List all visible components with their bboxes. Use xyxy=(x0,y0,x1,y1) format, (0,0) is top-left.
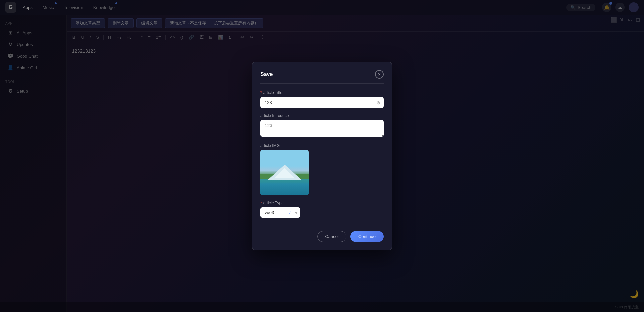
article-type-field: * article Type vue3 react javascript css… xyxy=(260,201,384,218)
continue-button[interactable]: Continue xyxy=(350,231,384,242)
article-title-input[interactable] xyxy=(260,97,384,108)
close-icon: × xyxy=(378,72,381,77)
mountain-element xyxy=(268,165,301,180)
modal-overlay[interactable]: Save × * article Title ⊗ article Introdu… xyxy=(0,0,644,312)
article-intro-field: article Introduce 123 xyxy=(260,113,384,138)
title-clear-icon[interactable]: ⊗ xyxy=(376,100,380,105)
article-img-field: article IMG xyxy=(260,143,384,195)
article-title-label: * article Title xyxy=(260,90,384,95)
type-required-marker: * xyxy=(260,201,262,205)
modal-header: Save × xyxy=(260,70,384,84)
article-type-select-wrap: vue3 react javascript css ✓ ∨ xyxy=(260,207,300,218)
water-element xyxy=(260,177,309,195)
modal-close-button[interactable]: × xyxy=(375,70,384,79)
mountain-shape xyxy=(268,165,301,180)
article-type-select[interactable]: vue3 react javascript css xyxy=(260,207,300,218)
article-type-label: * article Type xyxy=(260,201,384,205)
save-modal: Save × * article Title ⊗ article Introdu… xyxy=(252,62,392,250)
title-required-marker: * xyxy=(260,90,262,95)
cancel-button[interactable]: Cancel xyxy=(317,231,346,242)
article-img-preview[interactable] xyxy=(260,150,309,195)
img-preview-inner xyxy=(260,150,309,195)
article-title-input-wrap: ⊗ xyxy=(260,97,384,108)
article-title-field: * article Title ⊗ xyxy=(260,90,384,108)
article-intro-textarea[interactable]: 123 xyxy=(260,120,384,137)
modal-title: Save xyxy=(260,71,273,77)
article-img-label: article IMG xyxy=(260,143,384,148)
modal-footer: Cancel Continue xyxy=(260,226,384,242)
article-intro-label: article Introduce xyxy=(260,113,384,118)
